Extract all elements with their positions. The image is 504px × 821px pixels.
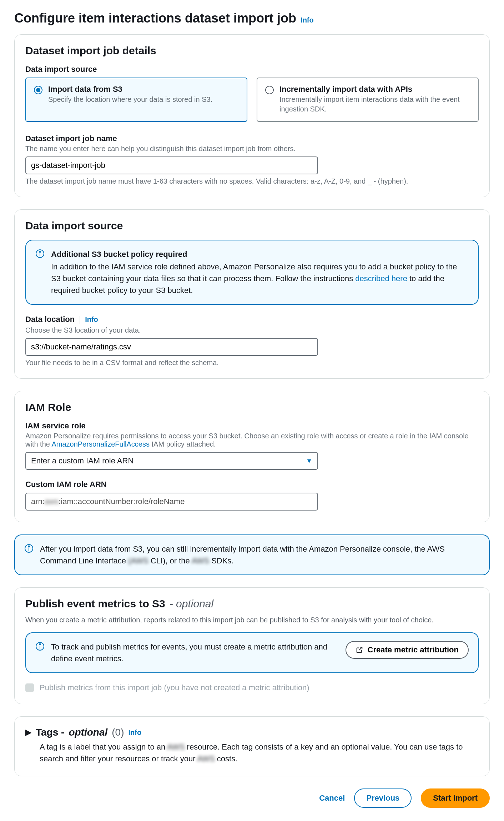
- iam-role-help: Amazon Personalize requires permissions …: [25, 432, 479, 448]
- iam-arn-label: Custom IAM role ARN: [25, 480, 479, 489]
- data-location-hint: Your file needs to be in a CSV format an…: [25, 359, 479, 367]
- iam-arn-suffix: :iam::accountNumber:role/roleName: [59, 497, 185, 506]
- tile-import-api-title: Incrementally import data with APIs: [279, 85, 470, 94]
- tile-import-s3[interactable]: Import data from S3 Specify the location…: [25, 78, 247, 122]
- data-location-input[interactable]: [25, 338, 318, 356]
- radio-icon: [265, 86, 274, 94]
- page-title-info-link[interactable]: Info: [301, 16, 314, 24]
- panel-event-metrics-title: Publish event metrics to S3 - optional: [25, 598, 479, 610]
- info-text-3: SDKs.: [209, 556, 233, 565]
- data-location-info-link[interactable]: Info: [85, 315, 98, 324]
- info-metric-attribution: To track and publish metrics for events,…: [25, 632, 479, 673]
- import-source-tiles: Import data from S3 Specify the location…: [25, 78, 479, 122]
- info-metric-attribution-text: To track and publish metrics for events,…: [51, 641, 335, 665]
- data-import-source-label: Data import source: [25, 65, 479, 74]
- previous-button[interactable]: Previous: [354, 788, 412, 808]
- info-redacted-1: (AWS: [128, 556, 148, 565]
- radio-icon: [34, 86, 42, 94]
- tags-label: Tags -: [36, 727, 64, 738]
- publish-metrics-checkbox-row: Publish metrics from this import job (yo…: [25, 683, 479, 692]
- info-text-2: CLI), or the: [148, 556, 192, 565]
- job-name-input[interactable]: [25, 156, 318, 174]
- panel-tags: ▶ Tags - optional (0) Info A tag is a la…: [14, 716, 490, 776]
- panel-iam-role-title: IAM Role: [25, 401, 479, 413]
- tags-body-1: A tag is a label that you assign to an: [40, 742, 167, 751]
- iam-role-help-2: IAM policy attached.: [152, 440, 216, 448]
- iam-role-label: IAM service role: [25, 421, 479, 431]
- panel-iam-role: IAM Role IAM service role Amazon Persona…: [14, 391, 490, 522]
- svg-point-1: [39, 251, 41, 253]
- page-title: Configure item interactions dataset impo…: [14, 11, 490, 26]
- svg-point-4: [28, 546, 30, 547]
- job-name-help: The name you enter here can help you dis…: [25, 145, 479, 153]
- info-icon: [24, 544, 34, 553]
- job-name-hint: The dataset import job name must have 1-…: [25, 177, 479, 185]
- tile-import-api[interactable]: Incrementally import data with APIs Incr…: [257, 78, 479, 122]
- info-s3-policy-title: Additional S3 bucket policy required: [51, 248, 469, 260]
- tags-count: (0): [112, 727, 124, 738]
- iam-role-select-value: Enter a custom IAM role ARN: [31, 456, 133, 466]
- panel-event-metrics-title-text: Publish event metrics to S3: [25, 598, 165, 610]
- data-location-label: Data location: [25, 315, 75, 324]
- create-metric-attribution-button[interactable]: Create metric attribution: [346, 641, 469, 659]
- iam-arn-redacted: aws: [45, 497, 59, 506]
- tags-description: A tag is a label that you assign to an A…: [40, 741, 479, 765]
- expand-arrow-icon[interactable]: ▶: [25, 728, 31, 737]
- tags-redacted-2: AWS: [197, 754, 215, 763]
- tags-optional: optional: [69, 727, 107, 738]
- svg-point-7: [39, 644, 41, 645]
- footer-actions: Cancel Previous Start import: [14, 788, 490, 808]
- info-redacted-2: AWS: [192, 556, 209, 565]
- divider: [80, 316, 80, 324]
- iam-role-select[interactable]: Enter a custom IAM role ARN ▼: [25, 452, 318, 470]
- cancel-button[interactable]: Cancel: [319, 793, 345, 803]
- tags-body-3: costs.: [215, 754, 238, 763]
- panel-job-details-title: Dataset import job details: [25, 45, 479, 57]
- page-title-text: Configure item interactions dataset impo…: [14, 11, 296, 26]
- external-link-icon: [356, 646, 363, 654]
- info-s3-policy: Additional S3 bucket policy required In …: [25, 240, 479, 305]
- data-location-help: Choose the S3 location of your data.: [25, 326, 479, 334]
- publish-metrics-checkbox: [25, 683, 34, 692]
- info-s3-policy-link[interactable]: described here: [355, 274, 407, 283]
- panel-event-metrics-desc: When you create a metric attribution, re…: [25, 615, 479, 625]
- tile-import-api-desc: Incrementally import item interactions d…: [279, 95, 470, 114]
- info-incremental-import: After you import data from S3, you can s…: [14, 534, 490, 575]
- iam-arn-input[interactable]: arn:aws:iam::accountNumber:role/roleName: [25, 493, 318, 511]
- tags-info-link[interactable]: Info: [128, 728, 142, 737]
- info-icon: [35, 642, 45, 651]
- tile-import-s3-desc: Specify the location where your data is …: [48, 95, 212, 104]
- tags-redacted-1: AWS: [167, 742, 185, 751]
- chevron-down-icon: ▼: [306, 457, 312, 465]
- job-name-label: Dataset import job name: [25, 134, 479, 143]
- panel-event-metrics: Publish event metrics to S3 - optional W…: [14, 587, 490, 704]
- info-icon: [35, 249, 45, 258]
- panel-job-details: Dataset import job details Data import s…: [14, 34, 490, 197]
- panel-import-source-title: Data import source: [25, 220, 479, 232]
- start-import-button[interactable]: Start import: [421, 788, 490, 808]
- panel-import-source: Data import source Additional S3 bucket …: [14, 209, 490, 379]
- iam-arn-prefix: arn:: [31, 497, 45, 506]
- publish-metrics-label: Publish metrics from this import job (yo…: [40, 683, 309, 692]
- create-metric-attribution-label: Create metric attribution: [368, 645, 459, 655]
- tile-import-s3-title: Import data from S3: [48, 85, 212, 94]
- optional-label: - optional: [170, 598, 213, 610]
- iam-role-policy-link[interactable]: AmazonPersonalizeFullAccess: [51, 440, 150, 448]
- info-text-1: After you import data from S3, you can s…: [40, 544, 445, 565]
